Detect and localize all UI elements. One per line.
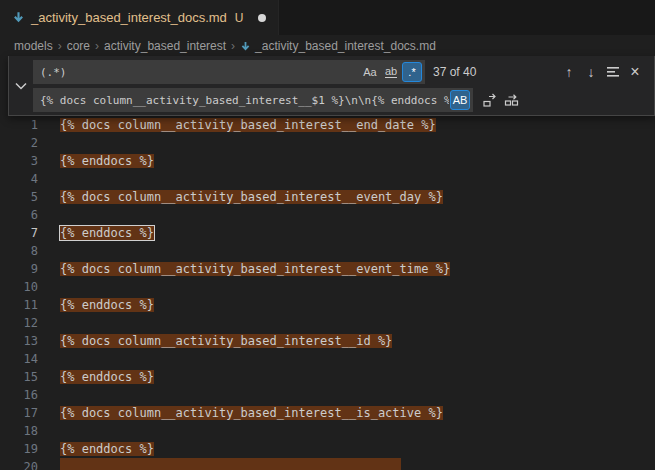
tab-activity-docs[interactable]: _activity_based_interest_docs.md U <box>0 0 279 35</box>
line-number: 4 <box>0 170 38 188</box>
replace-button[interactable] <box>479 89 501 111</box>
find-match: {% docs column__activity_based_interest_… <box>60 262 450 276</box>
line-number: 14 <box>0 350 38 368</box>
line-number: 16 <box>0 386 38 404</box>
line-number: 17 <box>0 404 38 422</box>
previous-match-button[interactable]: ↑ <box>558 61 580 83</box>
find-match: {% docs column__activity_based_interest_… <box>60 190 443 204</box>
find-input[interactable] <box>40 61 359 83</box>
editor-lines: 1{% docs column__activity_based_interest… <box>0 116 655 470</box>
next-match-button[interactable]: ↓ <box>580 61 602 83</box>
find-match: {% enddocs %} <box>60 298 154 312</box>
replace-all-button[interactable] <box>501 89 523 111</box>
line-content: {% docs column__activity_based_interest_… <box>60 116 436 134</box>
find-match: {% enddocs %} <box>60 154 154 168</box>
editor-line[interactable]: 2 <box>0 134 655 152</box>
find-match: {% enddocs %} <box>60 442 154 456</box>
editor-line[interactable]: 9{% docs column__activity_based_interest… <box>0 260 655 278</box>
breadcrumb-activity-based-interest[interactable]: activity_based_interest <box>104 39 226 53</box>
find-match-current: {% enddocs %} <box>60 226 154 240</box>
find-in-selection-button[interactable] <box>602 61 624 83</box>
editor-line[interactable]: 16 <box>0 386 655 404</box>
find-match: {% enddocs %} <box>60 370 154 384</box>
tab-bar: _activity_based_interest_docs.md U <box>0 0 655 35</box>
editor-line[interactable]: 18 <box>0 422 655 440</box>
line-content: {% enddocs %} <box>60 368 154 386</box>
line-content: {% docs column__activity_based_interest_… <box>60 332 392 350</box>
editor-line[interactable]: 1{% docs column__activity_based_interest… <box>0 116 655 134</box>
replace-input-box: AB <box>33 88 473 112</box>
editor-line[interactable]: 20 <box>0 458 655 470</box>
find-input-box: Aa ab .* <box>33 60 425 84</box>
editor-line[interactable]: 7{% enddocs %} <box>0 224 655 242</box>
editor-line[interactable]: 8 <box>0 242 655 260</box>
line-content: {% enddocs %} <box>60 224 154 242</box>
find-row: Aa ab .* 37 of 40 ↑ ↓ × <box>33 60 650 84</box>
line-number: 19 <box>0 440 38 458</box>
line-number: 7 <box>0 224 38 242</box>
editor-line[interactable]: 12 <box>0 314 655 332</box>
line-number: 9 <box>0 260 38 278</box>
line-number: 10 <box>0 278 38 296</box>
chevron-right-icon: › <box>95 39 99 53</box>
breadcrumb-core[interactable]: core <box>67 39 90 53</box>
line-content: {% docs column__activity_based_interest_… <box>60 404 443 422</box>
line-number: 3 <box>0 152 38 170</box>
line-number: 8 <box>0 242 38 260</box>
find-match: {% docs column__activity_based_interest_… <box>60 118 436 132</box>
editor-line[interactable]: 10 <box>0 278 655 296</box>
close-find-widget-button[interactable]: × <box>624 61 646 83</box>
markdown-file-icon <box>12 11 25 24</box>
tab-label: _activity_based_interest_docs.md <box>31 10 227 25</box>
editor-line[interactable]: 19{% enddocs %} <box>0 440 655 458</box>
editor-line[interactable]: 5{% docs column__activity_based_interest… <box>0 188 655 206</box>
editor-line[interactable]: 6 <box>0 206 655 224</box>
replace-input[interactable] <box>40 89 449 111</box>
line-number: 15 <box>0 368 38 386</box>
editor-line[interactable]: 4 <box>0 170 655 188</box>
line-number: 6 <box>0 206 38 224</box>
line-content: {% docs column__activity_based_interest_… <box>60 188 443 206</box>
line-content: {% docs column__activity_based_interest_… <box>60 260 450 278</box>
dirty-indicator[interactable] <box>258 14 266 22</box>
breadcrumb: models › core › activity_based_interest … <box>0 35 655 57</box>
toggle-replace-chevron[interactable] <box>9 56 33 115</box>
chevron-right-icon: › <box>58 39 62 53</box>
line-number: 18 <box>0 422 38 440</box>
editor-line[interactable]: 15{% enddocs %} <box>0 368 655 386</box>
find-match: {% docs column__activity_based_interest_… <box>60 334 392 348</box>
line-number: 2 <box>0 134 38 152</box>
find-widget: Aa ab .* 37 of 40 ↑ ↓ × <box>8 56 655 116</box>
line-number: 20 <box>0 458 38 470</box>
whole-word-toggle[interactable]: ab <box>381 62 401 82</box>
line-number: 1 <box>0 116 38 134</box>
editor-line[interactable]: 3{% enddocs %} <box>0 152 655 170</box>
match-case-toggle[interactable]: Aa <box>360 62 380 82</box>
line-content: {% enddocs %} <box>60 152 154 170</box>
editor-line[interactable]: 13{% docs column__activity_based_interes… <box>0 332 655 350</box>
find-match: {% docs column__activity_based_interest_… <box>60 406 443 420</box>
chevron-right-icon: › <box>231 39 235 53</box>
markdown-file-icon <box>240 41 251 52</box>
line-number: 11 <box>0 296 38 314</box>
find-results-count: 37 of 40 <box>433 65 476 79</box>
regex-toggle[interactable]: .* <box>402 62 422 82</box>
git-status-badge: U <box>235 11 244 25</box>
breadcrumb-file[interactable]: _activity_based_interest_docs.md <box>255 39 436 53</box>
replace-row: AB <box>33 88 650 112</box>
editor-line[interactable]: 14 <box>0 350 655 368</box>
preserve-case-toggle[interactable]: AB <box>450 90 470 110</box>
line-content: {% enddocs %} <box>60 296 154 314</box>
editor-line[interactable]: 17{% docs column__activity_based_interes… <box>0 404 655 422</box>
line-number: 12 <box>0 314 38 332</box>
line-content: {% enddocs %} <box>60 440 154 458</box>
breadcrumb-models[interactable]: models <box>14 39 53 53</box>
editor-line[interactable]: 11{% enddocs %} <box>0 296 655 314</box>
line-number: 13 <box>0 332 38 350</box>
line-content <box>60 458 401 470</box>
line-number: 5 <box>0 188 38 206</box>
find-match <box>60 458 401 470</box>
